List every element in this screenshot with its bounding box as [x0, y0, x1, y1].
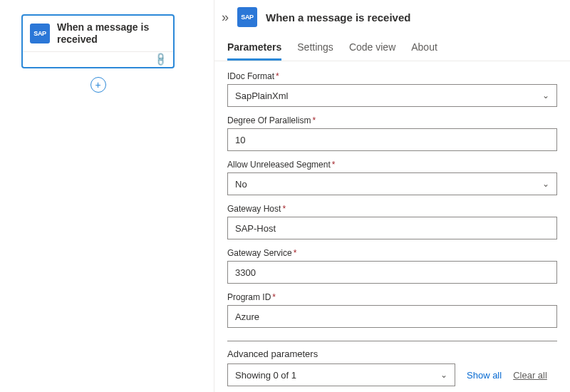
- field-gateway-host: Gateway Host*: [227, 204, 557, 239]
- select-value: SapPlainXml: [235, 91, 288, 101]
- label-text: Program ID: [227, 292, 271, 302]
- details-panel: » SAP When a message is received Paramet…: [214, 0, 570, 392]
- trigger-node-footer: 🔗: [23, 51, 173, 67]
- show-all-link[interactable]: Show all: [467, 370, 502, 381]
- parameters-form: IDoc Format* SapPlainXml ⌄ Degree Of Par…: [214, 61, 570, 392]
- field-parallelism: Degree Of Parallelism*: [227, 115, 557, 151]
- label-parallelism: Degree Of Parallelism*: [227, 115, 557, 125]
- panel-tabs: Parameters Settings Code view About: [214, 33, 570, 61]
- workflow-canvas: SAP When a message is received 🔗 +: [0, 0, 214, 392]
- tab-code-view[interactable]: Code view: [349, 36, 395, 61]
- connection-icon: 🔗: [152, 51, 168, 67]
- required-marker: *: [294, 248, 297, 258]
- label-text: IDoc Format: [227, 71, 274, 81]
- select-value: No: [235, 179, 247, 190]
- select-allow-unreleased[interactable]: No ⌄: [227, 172, 557, 195]
- required-marker: *: [282, 204, 286, 214]
- required-marker: *: [276, 71, 279, 81]
- label-gateway-service: Gateway Service*: [227, 248, 557, 258]
- advanced-controls-row: Showing 0 of 1 ⌄ Show all Clear all: [227, 363, 557, 386]
- trigger-node-card[interactable]: SAP When a message is received 🔗: [21, 14, 175, 68]
- input-gateway-service[interactable]: [227, 261, 557, 284]
- advanced-parameters-select[interactable]: Showing 0 of 1 ⌄: [227, 363, 455, 386]
- required-marker: *: [332, 160, 336, 170]
- label-allow-unreleased: Allow Unreleased Segment*: [227, 160, 557, 170]
- required-marker: *: [272, 292, 276, 302]
- label-gateway-host: Gateway Host*: [227, 204, 557, 214]
- trigger-node-header: SAP When a message is received: [23, 16, 173, 51]
- input-gateway-host[interactable]: [227, 217, 557, 239]
- field-gateway-service: Gateway Service*: [227, 248, 557, 284]
- tab-settings[interactable]: Settings: [297, 36, 333, 61]
- advanced-parameters-section: Advanced parameters Showing 0 of 1 ⌄ Sho…: [227, 341, 557, 386]
- required-marker: *: [312, 115, 316, 125]
- input-program-id[interactable]: [227, 305, 557, 328]
- chevron-down-icon: ⌄: [542, 91, 549, 100]
- advanced-heading: Advanced parameters: [227, 349, 557, 359]
- chevron-down-icon: ⌄: [440, 370, 447, 380]
- field-allow-unreleased: Allow Unreleased Segment* No ⌄: [227, 160, 557, 195]
- chevron-down-icon: ⌄: [542, 179, 549, 189]
- panel-header: » SAP When a message is received: [214, 0, 570, 31]
- label-text: Gateway Host: [227, 204, 281, 214]
- panel-title: When a message is received: [266, 11, 410, 24]
- add-step-button[interactable]: +: [90, 77, 106, 93]
- select-value: Showing 0 of 1: [235, 370, 296, 381]
- trigger-node-title: When a message is received: [57, 21, 166, 46]
- sap-icon: SAP: [30, 24, 50, 43]
- label-idoc-format: IDoc Format*: [227, 71, 557, 81]
- clear-all-link[interactable]: Clear all: [513, 370, 547, 381]
- label-text: Degree Of Parallelism: [227, 115, 311, 125]
- label-program-id: Program ID*: [227, 292, 557, 302]
- field-program-id: Program ID*: [227, 292, 557, 328]
- add-step-wrapper: +: [21, 77, 175, 93]
- tab-about[interactable]: About: [411, 36, 437, 61]
- collapse-panel-button[interactable]: »: [219, 10, 232, 25]
- sap-icon: SAP: [237, 7, 257, 27]
- field-idoc-format: IDoc Format* SapPlainXml ⌄: [227, 71, 557, 107]
- select-idoc-format[interactable]: SapPlainXml ⌄: [227, 84, 557, 107]
- tab-parameters[interactable]: Parameters: [227, 36, 281, 61]
- label-text: Allow Unreleased Segment: [227, 160, 331, 170]
- label-text: Gateway Service: [227, 248, 292, 258]
- input-parallelism[interactable]: [227, 128, 557, 151]
